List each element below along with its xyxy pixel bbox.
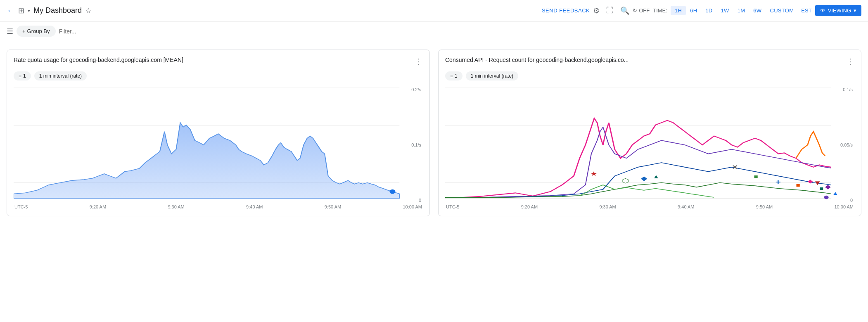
y-labels-2: 0.1/s 0.05/s 0 — [838, 87, 854, 203]
eye-icon: 👁 — [820, 7, 825, 14]
auto-refresh-toggle[interactable]: ↻ OFF — [633, 7, 650, 14]
chart-card-1: Rate quota usage for geocoding-backend.g… — [7, 50, 430, 216]
svg-text:■: ■ — [819, 185, 823, 192]
chart-svg-2: ★ ⬡ ◆ ▲ ✕ ■ + ■ ▼ ◆ ◆ — [445, 87, 854, 203]
plus-icon: + — [22, 28, 26, 34]
card-header-2: Consumed API - Request count for geocodi… — [445, 57, 854, 66]
dropdown-icon[interactable]: ▾ — [28, 8, 30, 14]
chart-area-2: ★ ⬡ ◆ ▲ ✕ ■ + ■ ▼ ◆ ◆ — [445, 87, 854, 203]
x2-label-2: 9:30 AM — [599, 204, 616, 209]
x2-label-5: 10:00 AM — [834, 204, 853, 209]
header: ← ⊞ ▾ My Dashboard ☆ SEND FEEDBACK ⚙ ⛶ 🔍… — [0, 0, 868, 21]
chart-area-1: 0.2/s 0.1/s 0 — [14, 87, 423, 203]
svg-text:⬡: ⬡ — [622, 177, 629, 184]
x-label-3: 9:40 AM — [246, 204, 263, 209]
chevron-down-icon: ▾ — [854, 7, 856, 14]
time-btn-1h[interactable]: 1H — [671, 6, 686, 15]
time-label: TIME: — [653, 7, 667, 14]
time-btn-1w[interactable]: 1W — [717, 6, 733, 15]
auto-refresh-label: OFF — [639, 7, 650, 14]
x2-label-1: 9:20 AM — [521, 204, 538, 209]
svg-text:◆: ◆ — [808, 178, 813, 184]
page-title: My Dashboard — [33, 6, 82, 15]
filter-input[interactable] — [59, 28, 861, 35]
group-by-button[interactable]: + Group By — [17, 26, 56, 37]
time-btn-1m[interactable]: 1M — [733, 6, 749, 15]
filter-badge-2[interactable]: ≡ 1 — [445, 71, 462, 80]
y-label-mid-2: 0.05/s — [840, 142, 853, 147]
svg-text:◆: ◆ — [641, 175, 647, 182]
chart-svg-1 — [14, 87, 423, 203]
back-button[interactable]: ← — [7, 6, 15, 15]
svg-point-21 — [824, 196, 828, 199]
x-labels-1: UTC-5 9:20 AM 9:30 AM 9:40 AM 9:50 AM 10… — [14, 204, 423, 209]
svg-text:◆: ◆ — [825, 183, 831, 189]
header-icons: ⚙ ⛶ 🔍 — [593, 6, 629, 15]
chart-card-2: Consumed API - Request count for geocodi… — [438, 50, 861, 216]
y-labels-1: 0.2/s 0.1/s 0 — [406, 87, 423, 203]
svg-text:★: ★ — [590, 170, 598, 178]
filter-num-2: 1 — [455, 73, 458, 79]
svg-text:✕: ✕ — [732, 164, 738, 170]
filter-icon-1: ≡ — [19, 73, 21, 79]
filter-icon-2: ≡ — [450, 73, 453, 79]
card-header-1: Rate quota usage for geocoding-backend.g… — [14, 57, 423, 66]
filter-num-1: 1 — [23, 73, 26, 79]
interval-badge-2[interactable]: 1 min interval (rate) — [466, 71, 518, 80]
y-label-top-1: 0.2/s — [408, 87, 421, 92]
settings-icon[interactable]: ⚙ — [593, 6, 600, 15]
x-label-4: 9:50 AM — [325, 204, 341, 209]
filter-badge-1[interactable]: ≡ 1 — [14, 71, 31, 80]
x2-label-3: 9:40 AM — [678, 204, 694, 209]
x-labels-2: UTC-5 9:20 AM 9:30 AM 9:40 AM 9:50 AM 10… — [445, 204, 854, 209]
x-label-1: 9:20 AM — [90, 204, 106, 209]
time-btn-6h[interactable]: 6H — [686, 6, 701, 15]
header-left: ← ⊞ ▾ My Dashboard ☆ — [7, 6, 92, 15]
time-btn-custom[interactable]: CUSTOM — [766, 6, 798, 15]
menu-icon[interactable]: ☰ — [7, 27, 13, 36]
svg-text:▲: ▲ — [653, 173, 660, 180]
time-btn-6w[interactable]: 6W — [749, 6, 766, 15]
group-by-label: Group By — [27, 28, 50, 34]
interval-label-2: 1 min interval (rate) — [471, 73, 513, 79]
chart-title-2: Consumed API - Request count for geocodi… — [445, 57, 628, 63]
send-feedback-button[interactable]: SEND FEEDBACK — [542, 7, 590, 14]
x2-label-0: UTC-5 — [446, 204, 459, 209]
chart-title-1: Rate quota usage for geocoding-backend.g… — [14, 57, 183, 63]
timezone-button[interactable]: EST — [801, 7, 811, 14]
auto-refresh-icon: ↻ — [633, 7, 637, 14]
x-label-5: 10:00 AM — [403, 204, 422, 209]
x-label-2: 9:30 AM — [168, 204, 184, 209]
main-content: Rate quota usage for geocoding-backend.g… — [0, 41, 868, 225]
svg-text:■: ■ — [754, 173, 758, 180]
time-btn-1d[interactable]: 1D — [701, 6, 716, 15]
interval-badge-1[interactable]: 1 min interval (rate) — [34, 71, 87, 80]
svg-text:■: ■ — [796, 182, 800, 188]
star-icon[interactable]: ☆ — [85, 6, 92, 15]
dashboard-icon: ⊞ — [18, 6, 24, 15]
y-label-bot-1: 0 — [408, 198, 421, 203]
search-icon[interactable]: 🔍 — [620, 6, 629, 15]
viewing-label: VIEWING — [828, 7, 851, 14]
more-icon-2[interactable]: ⋮ — [846, 57, 854, 66]
time-buttons: 1H 6H 1D 1W 1M 6W CUSTOM — [671, 6, 798, 15]
y-label-top-2: 0.1/s — [840, 87, 853, 92]
card-filters-1: ≡ 1 1 min interval (rate) — [14, 71, 423, 80]
svg-text:+: + — [776, 178, 781, 185]
x2-label-4: 9:50 AM — [756, 204, 773, 209]
interval-label-1: 1 min interval (rate) — [39, 73, 82, 79]
viewing-button[interactable]: 👁 VIEWING ▾ — [815, 5, 861, 16]
more-icon-1[interactable]: ⋮ — [415, 57, 423, 66]
svg-point-4 — [389, 189, 395, 194]
y-label-bot-2: 0 — [840, 198, 853, 203]
y-label-mid-1: 0.1/s — [408, 142, 421, 147]
x-label-0: UTC-5 — [14, 204, 28, 209]
card-filters-2: ≡ 1 1 min interval (rate) — [445, 71, 854, 80]
fullscreen-icon[interactable]: ⛶ — [606, 6, 614, 15]
filter-bar: ☰ + Group By — [0, 21, 868, 41]
